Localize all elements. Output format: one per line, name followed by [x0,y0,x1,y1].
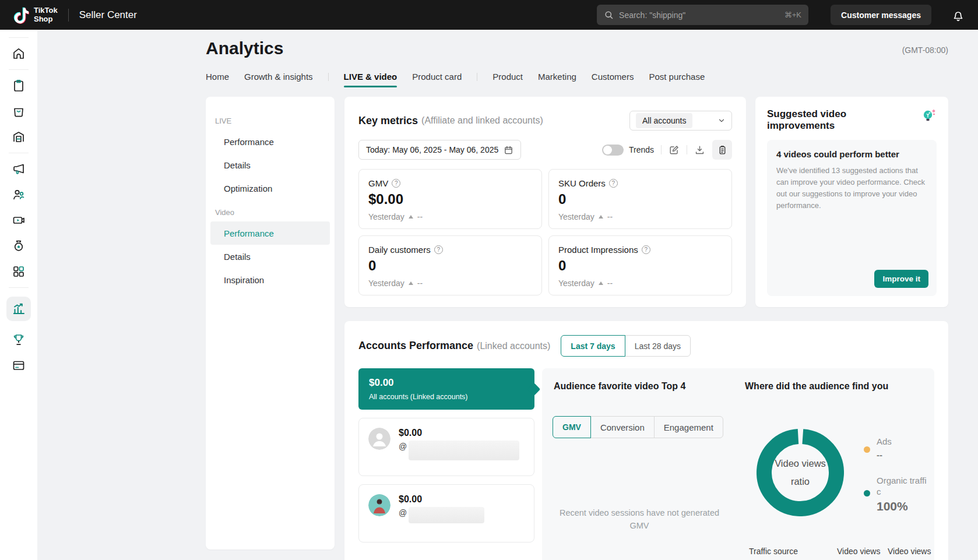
sidebar-item-live[interactable] [12,239,26,253]
tiktok-note-icon [13,6,29,24]
tab-product-card[interactable]: Product card [412,72,462,86]
sidebar-item-products[interactable] [12,104,26,118]
metric-label: SKU Orders [558,178,606,188]
search-input[interactable] [619,10,779,20]
account-row[interactable]: $0.00 @ [358,484,534,543]
sidebar-item-orders[interactable] [12,79,26,93]
page-title: Analytics [206,38,283,58]
calendar-icon [504,145,513,155]
accounts-performance-subtitle: (Linked accounts) [477,341,550,351]
lightbulb-icon [921,108,937,124]
improve-it-button[interactable]: Improve it [874,270,928,288]
customer-messages-button[interactable]: Customer messages [831,5,931,25]
affiliate-people-icon [12,188,26,202]
range-last-7-days[interactable]: Last 7 days [561,335,625,357]
help-icon[interactable] [392,179,400,188]
avatar [368,428,391,450]
sidebar-item-apps[interactable] [12,265,26,279]
metric-value: 0 [558,258,722,274]
analytics-tabs: Home Growth & insights LIVE & video Prod… [206,71,705,86]
account-value: $0.00 [399,428,519,438]
range-last-28-days[interactable]: Last 28 days [625,335,691,357]
apps-grid-icon [12,265,26,279]
sidebar-item-competition[interactable] [12,333,26,347]
table-header-video-views-2: Video views [888,547,934,556]
caret-up-icon [409,281,413,285]
change-value: -- [607,279,613,288]
change-value: -- [607,212,613,221]
tiktok-shop-logo[interactable]: TikTok Shop [13,6,58,24]
sidebar-item-marketing[interactable] [12,162,26,176]
sidebar-item-affiliate[interactable] [12,188,26,202]
traffic-legend: Ads -- Organic traffic 100% [864,436,930,513]
blurred-handle [409,441,519,460]
top-bar: TikTok Shop Seller Center ⌘+K Customer m… [0,0,978,30]
all-accounts-summary-card[interactable]: $0.00 All accounts (Linked accounts) [358,368,534,410]
metric-cards: GMV $0.00 Yesterday-- SKU Orders 0 Yeste… [358,169,732,295]
account-filter-dropdown[interactable]: All accounts [629,111,732,131]
favorite-tab-gmv[interactable]: GMV [553,416,591,438]
subnav-item-video-performance[interactable]: Performance [210,221,330,245]
favorite-tab-engagement[interactable]: Engagement [654,416,723,438]
trends-toggle[interactable] [602,145,624,156]
metric-card-gmv[interactable]: GMV $0.00 Yesterday-- [358,169,542,229]
sidebar-item-finance[interactable] [12,358,26,372]
suggestion-headline: 4 videos could perform better [776,149,927,159]
legend-dot-ads [864,446,870,453]
notifications-bell-icon[interactable] [951,8,965,22]
tab-home[interactable]: Home [206,72,229,86]
metric-value: 0 [558,191,722,207]
sidebar-rail [0,30,37,560]
help-icon[interactable] [434,245,443,254]
tab-live-video[interactable]: LIVE & video [344,72,397,86]
content-video-icon [12,213,26,227]
header-divider [68,9,69,22]
download-icon[interactable] [694,145,705,156]
subnav-item-video-details[interactable]: Details [210,245,330,268]
accounts-list: $0.00 All accounts (Linked accounts) $0.… [358,368,534,543]
analytics-chart-icon [12,302,26,316]
help-icon[interactable] [609,179,618,188]
help-icon[interactable] [642,245,650,254]
tab-customers[interactable]: Customers [592,72,634,86]
subnav-section-live: LIVE [206,117,335,125]
subnav-item-video-inspiration[interactable]: Inspiration [210,268,330,291]
global-search[interactable]: ⌘+K [597,5,808,25]
sidebar-item-content[interactable] [12,213,26,227]
account-row[interactable]: $0.00 @ [358,418,534,476]
edit-icon[interactable] [669,145,680,156]
table-header-traffic-source: Traffic source [749,547,819,556]
competition-trophy-icon [12,333,26,347]
copy-report-button[interactable] [712,140,732,160]
favorite-empty-state: Recent video sessions have not generated… [557,507,722,533]
metric-card-product-impressions[interactable]: Product Impressions 0 Yesterday-- [548,235,732,295]
compare-label: Yesterday [368,212,404,221]
logo-wordmark: TikTok Shop [34,6,58,23]
metric-card-sku-orders[interactable]: SKU Orders 0 Yesterday-- [548,169,732,229]
sidebar-item-fulfillment[interactable] [12,130,26,144]
key-metrics-card: Key metrics (Affiliate and linked accoun… [344,97,746,307]
tab-product[interactable]: Product [492,72,523,86]
date-range-picker[interactable]: Today: May 06, 2025 - May 06, 2025 [358,140,521,160]
date-range-value: Today: May 06, 2025 - May 06, 2025 [366,145,498,154]
sidebar-item-home[interactable] [12,47,26,61]
tab-marketing[interactable]: Marketing [538,72,576,86]
table-header-video-views: Video views [837,547,882,556]
video-insights-panel: Audience favorite video Top 4 GMV Conver… [542,368,934,560]
tab-post-purchase[interactable]: Post purchase [649,72,705,86]
tab-growth-insights[interactable]: Growth & insights [244,72,313,86]
subnav-item-live-optimization[interactable]: Optimization [210,177,330,200]
subnav-item-live-details[interactable]: Details [210,153,330,177]
sidebar-item-analytics[interactable] [6,297,31,321]
app-window: TikTok Shop Seller Center ⌘+K Customer m… [0,0,978,560]
chevron-down-icon [717,117,726,125]
favorite-tab-conversion[interactable]: Conversion [590,416,655,438]
fulfillment-warehouse-icon [12,130,26,144]
rail-divider [9,153,29,153]
metric-card-daily-customers[interactable]: Daily customers 0 Yesterday-- [358,235,542,295]
tab-divider [328,73,329,81]
marketing-megaphone-icon [12,162,26,176]
summary-value: $0.00 [369,377,524,389]
subnav-item-live-performance[interactable]: Performance [210,130,330,153]
rail-divider [9,69,29,70]
